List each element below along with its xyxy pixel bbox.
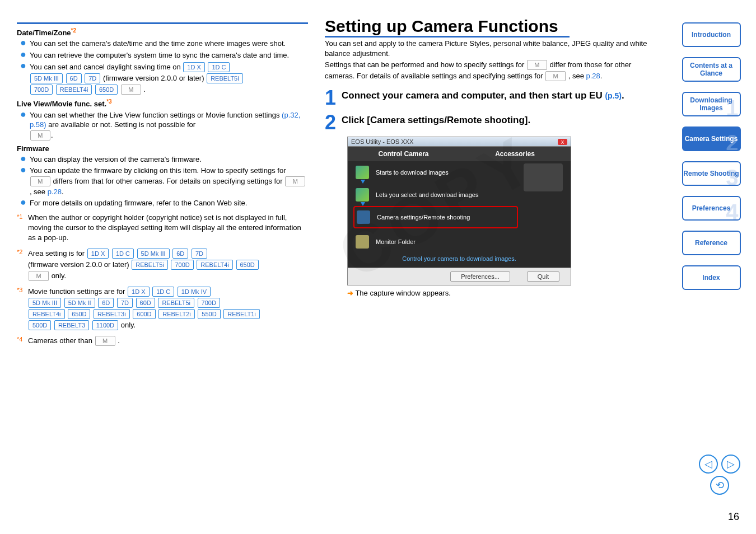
dt-bullet-3: You can set and cancel daylight saving t… — [30, 62, 308, 95]
step-1-num: 1 — [325, 90, 342, 106]
ss-row-monitor-folder[interactable]: Monitor Folder — [348, 231, 524, 253]
preferences-button[interactable]: Preferences... — [450, 271, 510, 282]
nav-remote-shooting[interactable]: Remote Shooting3 — [682, 161, 741, 186]
footnote-4-num: *4 — [17, 335, 28, 346]
link-p5[interactable]: (p.5) — [605, 91, 622, 100]
link-p28-mid[interactable]: p.28 — [586, 72, 600, 80]
quit-button[interactable]: Quit — [527, 271, 559, 282]
step-2-text: Click [Camera settings/Remote shooting]. — [342, 114, 661, 131]
nav-introduction[interactable]: Introduction — [682, 22, 741, 47]
ss-status-text: Control your camera to download images. — [348, 253, 571, 268]
footnote-3-num: *3 — [17, 286, 28, 331]
badge-700d: 700D — [30, 85, 53, 95]
fw-bullet-2: You can update the firmware by clicking … — [30, 166, 308, 196]
footnote-4: Cameras other than M . — [28, 335, 308, 346]
page-title: Setting up Camera Functions — [325, 17, 570, 38]
step-2-num: 2 — [325, 114, 342, 131]
badge-7d: 7D — [85, 73, 100, 83]
dt-bullet-2: You can retrieve the computer's system t… — [30, 50, 308, 60]
badge-m: M — [121, 85, 141, 95]
link-p28[interactable]: p.28 — [48, 188, 62, 196]
nav-downloading[interactable]: Downloading Images1 — [682, 92, 741, 116]
footnote-1-num: *1 — [17, 213, 28, 243]
fw-heading: Firmware — [17, 144, 308, 153]
dt-bullet-1: You can set the camera's date/time and t… — [30, 39, 308, 49]
footnote-3: Movie function settings are for 1D X 1D … — [28, 286, 308, 331]
lv-bullet: You can set whether the Live View functi… — [30, 110, 308, 141]
ss-row-camera-settings[interactable]: Camera settings/Remote shooting — [353, 206, 518, 228]
prev-page-icon[interactable]: ◁ — [699, 455, 718, 474]
capture-note: ➜ The capture window appears. — [347, 289, 661, 297]
footnote-2-num: *2 — [17, 248, 28, 282]
tab-accessories[interactable]: Accessories — [459, 147, 571, 161]
nav-preferences[interactable]: Preferences4 — [682, 196, 741, 221]
select-download-icon — [356, 188, 369, 202]
ss-row-select[interactable]: Lets you select and download images — [348, 184, 524, 206]
arrow-icon: ➜ — [347, 289, 353, 297]
nav-index[interactable]: Index — [682, 265, 741, 290]
monitor-icon — [357, 210, 370, 224]
badge-m: M — [545, 71, 566, 81]
badge-m: M — [30, 176, 50, 186]
ss-window-title: EOS Utility - EOS XXX — [351, 138, 413, 145]
nav-camera-settings[interactable]: Camera Settings2 — [682, 127, 741, 151]
nav-contents[interactable]: Contents at a Glance — [682, 57, 741, 82]
badge-m: M — [527, 60, 547, 70]
next-page-icon[interactable]: ▷ — [721, 455, 740, 474]
eos-utility-screenshot: EOS Utility - EOS XXX x Control Camera A… — [347, 137, 571, 285]
badge-t4i: REBELT4i — [56, 85, 92, 95]
fw-bullet-3: For more details on updating firmware, r… — [30, 198, 308, 208]
lv-heading: Live View/Movie func. set.*3 — [17, 99, 308, 108]
badge-650d: 650D — [95, 85, 118, 95]
badge-1dx: 1D X — [183, 62, 204, 72]
badge-m: M — [285, 176, 305, 186]
nav-reference[interactable]: Reference — [682, 231, 741, 255]
badge-t5i: REBELT5i — [207, 73, 243, 83]
badge-6d: 6D — [66, 73, 82, 83]
footnote-1: When the author or copyright holder (cop… — [28, 213, 308, 243]
badge-5dmk3: 5D Mk III — [30, 73, 63, 83]
fw-bullet-1: You can display the version of the camer… — [30, 154, 308, 165]
camera-thumbnail — [524, 163, 563, 191]
folder-icon — [356, 235, 369, 249]
step-1-text: Connect your camera and computer, and th… — [342, 90, 661, 106]
download-icon — [356, 166, 369, 179]
tab-control-camera[interactable]: Control Camera — [348, 147, 459, 161]
badge-1dc: 1D C — [208, 62, 230, 72]
badge-m: M — [30, 130, 50, 140]
date-time-heading: Date/Time/Zone*2 — [17, 27, 308, 37]
return-icon[interactable]: ⟲ — [710, 476, 729, 495]
close-icon[interactable]: x — [558, 139, 567, 145]
intro-2: Settings that can be performed and how t… — [325, 59, 661, 82]
ss-row-download[interactable]: Starts to download images — [348, 161, 524, 184]
page-number: 16 — [728, 511, 739, 523]
intro-1: You can set and apply to the camera Pict… — [325, 39, 661, 58]
footnote-2: Area setting is for 1D X 1D C 5D Mk III … — [28, 248, 308, 282]
